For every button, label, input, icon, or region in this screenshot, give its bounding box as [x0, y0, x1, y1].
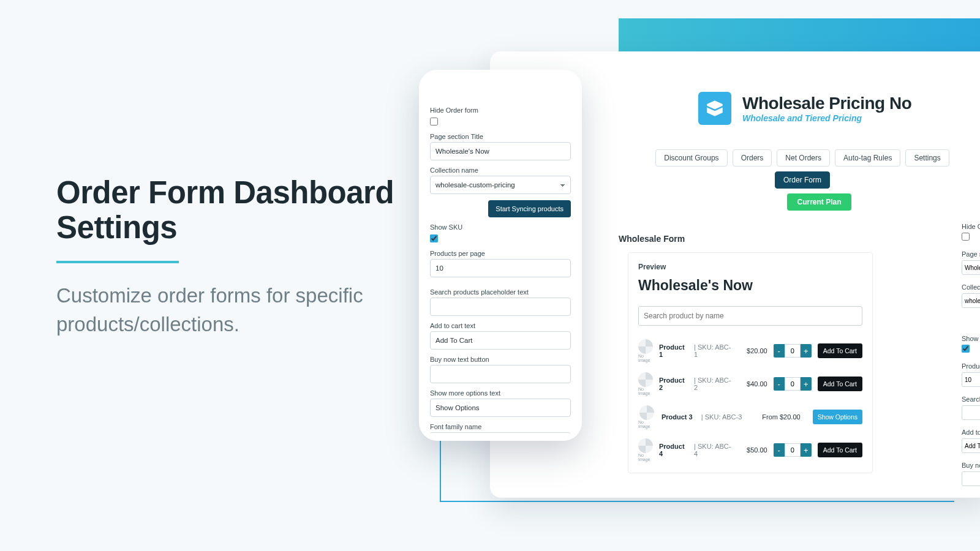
no-image-icon [638, 372, 653, 387]
product-row: No Image Product 1 | SKU: ABC-1 $20.00 -… [638, 334, 862, 367]
product-sku: | SKU: ABC-1 [694, 343, 732, 358]
mobile-settings-card: Hide Order form Page section Title Colle… [419, 70, 582, 441]
start-syncing-button[interactable]: Start Syncing products [488, 200, 571, 217]
add-to-cart-button[interactable]: Add To Cart [818, 443, 862, 457]
collection-name-select[interactable]: wholesale-custom-pricing [430, 176, 571, 194]
page-section-title-label: Page section Title [430, 133, 571, 140]
tab-discount-groups[interactable]: Discount Groups [655, 149, 727, 167]
qty-input[interactable] [785, 377, 801, 391]
product-name: Product 4 [659, 443, 688, 457]
add-to-cart-text-label: Add to cart text [430, 322, 571, 329]
add-to-cart-text-input[interactable] [430, 331, 571, 350]
search-placeholder-input-r[interactable] [962, 405, 980, 420]
brand-row: Wholesale Pricing No Wholesale and Tiere… [698, 92, 962, 125]
buy-now-text-label: Buy now text button [430, 356, 571, 363]
decorative-gradient-bar [619, 18, 980, 51]
buy-now-text-input[interactable] [430, 365, 571, 383]
preview-label: Preview [638, 263, 862, 271]
right-settings-partial: Hide Order Page sectio Collection n Show… [962, 214, 980, 486]
search-placeholder-input[interactable] [430, 298, 571, 316]
product-name: Product 1 [659, 343, 688, 358]
tab-settings[interactable]: Settings [905, 149, 949, 167]
qty-input[interactable] [785, 344, 801, 358]
hide-order-form-checkbox[interactable] [430, 118, 438, 126]
product-row: No Image Product 3 | SKU: ABC-3 From $20… [638, 400, 862, 433]
products-per-page-input-r[interactable] [962, 372, 980, 387]
product-sku: | SKU: ABC-3 [701, 413, 745, 421]
qty-minus-button[interactable]: - [774, 344, 785, 358]
brand-logo-icon [698, 92, 731, 125]
title-rule [56, 261, 179, 263]
quantity-stepper: - + [774, 377, 812, 391]
product-row: No Image Product 2 | SKU: ABC-2 $40.00 -… [638, 367, 862, 400]
add-to-cart-button[interactable]: Add To Cart [818, 343, 862, 358]
show-more-options-label: Show more options text [430, 389, 571, 397]
brand-subtitle: Wholesale and Tiered Pricing [742, 113, 911, 123]
product-from-price: From $20.00 [752, 413, 801, 421]
page-title: Order Form Dashboard Settings [56, 175, 399, 245]
font-family-label: Font family name [430, 423, 571, 430]
wholesale-form-title: Wholesale Form [619, 234, 962, 244]
no-image-icon [638, 438, 653, 453]
product-price: $20.00 [738, 347, 767, 354]
product-sku: | SKU: ABC-4 [694, 443, 732, 457]
preview-heading: Wholesale's Now [638, 277, 862, 294]
buy-now-input-r[interactable] [962, 471, 980, 486]
search-placeholder-label: Search products placeholder text [430, 288, 571, 296]
product-name: Product 2 [659, 377, 688, 391]
add-to-cart-button[interactable]: Add To Cart [818, 377, 862, 391]
font-family-input[interactable] [430, 432, 571, 433]
show-more-options-input[interactable] [430, 399, 571, 417]
no-image-icon [638, 339, 653, 354]
product-price: $50.00 [738, 446, 767, 454]
tab-orders[interactable]: Orders [733, 149, 772, 167]
tab-row: Discount Groups Orders Net Orders Auto-t… [643, 149, 962, 189]
qty-minus-button[interactable]: - [774, 443, 785, 457]
tab-order-form[interactable]: Order Form [775, 171, 830, 189]
search-product-input[interactable] [638, 306, 862, 326]
product-row: No Image Product 4 | SKU: ABC-4 $50.00 -… [638, 433, 862, 467]
show-sku-label: Show SKU [430, 223, 571, 231]
tab-auto-tag-rules[interactable]: Auto-tag Rules [835, 149, 900, 167]
products-per-page-input[interactable] [430, 259, 571, 277]
qty-plus-button[interactable]: + [801, 344, 812, 358]
products-per-page-label: Products per page [430, 250, 571, 257]
qty-input[interactable] [785, 443, 801, 457]
show-sku-checkbox[interactable] [430, 234, 438, 242]
hide-order-checkbox-r[interactable] [962, 233, 970, 241]
current-plan-button[interactable]: Current Plan [787, 193, 851, 211]
page-section-input-r[interactable] [962, 260, 980, 275]
preview-panel: Preview Wholesale's Now No Image Product… [628, 252, 873, 473]
qty-minus-button[interactable]: - [774, 377, 785, 391]
quantity-stepper: - + [774, 344, 812, 358]
collection-name-label: Collection name [430, 167, 571, 174]
product-sku: | SKU: ABC-2 [694, 377, 732, 391]
quantity-stepper: - + [774, 443, 812, 457]
no-image-icon [639, 405, 654, 420]
tab-net-orders[interactable]: Net Orders [777, 149, 830, 167]
show-options-button[interactable]: Show Options [813, 410, 862, 424]
product-name: Product 3 [662, 413, 695, 421]
brand-title: Wholesale Pricing No [742, 94, 911, 113]
marketing-block: Order Form Dashboard Settings Customize … [56, 175, 399, 339]
qty-plus-button[interactable]: + [801, 377, 812, 391]
qty-plus-button[interactable]: + [801, 443, 812, 457]
collection-input-r[interactable] [962, 293, 980, 308]
show-sku-checkbox-r[interactable] [962, 345, 970, 353]
hide-order-form-label: Hide Order form [430, 107, 571, 114]
add-to-cart-input-r[interactable] [962, 438, 980, 453]
product-price: $40.00 [738, 380, 767, 388]
page-section-title-input[interactable] [430, 142, 571, 160]
page-subtitle: Customize order forms for specific produ… [56, 282, 399, 339]
